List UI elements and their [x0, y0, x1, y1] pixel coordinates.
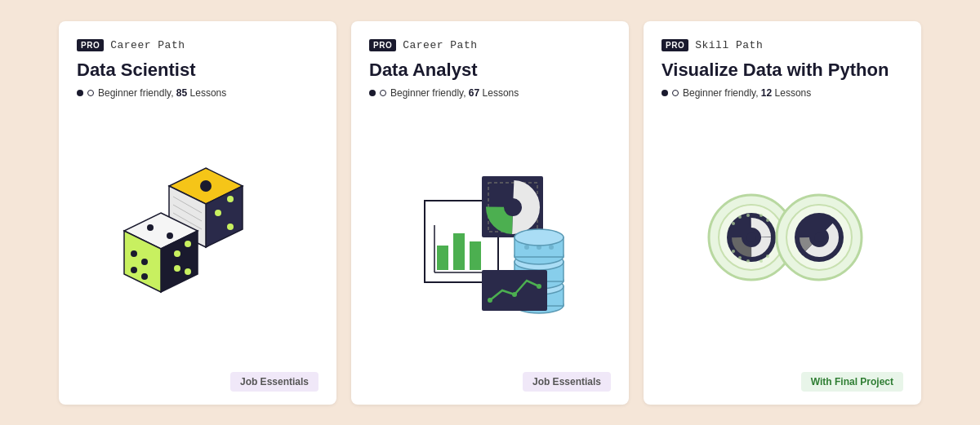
card-meta-2: Beginner friendly, 67 Lessons — [369, 87, 611, 99]
svg-point-71 — [732, 250, 735, 253]
svg-point-10 — [215, 210, 221, 216]
svg-point-46 — [549, 245, 554, 250]
card-data-scientist[interactable]: PRO Career Path Data Scientist Beginner … — [59, 21, 336, 405]
dot-filled-2 — [369, 90, 376, 96]
dot-empty-2 — [380, 90, 386, 96]
svg-rect-27 — [453, 233, 465, 270]
card-meta-3: Beginner friendly, 12 Lessons — [662, 87, 903, 99]
path-type-1: Career Path — [110, 39, 185, 51]
svg-point-8 — [200, 180, 212, 192]
card-badge-1: PRO Career Path — [77, 39, 318, 51]
svg-point-43 — [514, 229, 564, 246]
svg-point-56 — [746, 232, 756, 242]
svg-point-50 — [537, 284, 541, 289]
svg-point-65 — [814, 232, 824, 242]
pro-badge-1: PRO — [77, 39, 104, 51]
meta-text-1: Beginner friendly, 85 Lessons — [98, 87, 226, 99]
meta-text-3: Beginner friendly, 12 Lessons — [683, 87, 811, 99]
card-meta-1: Beginner friendly, 85 Lessons — [77, 87, 318, 99]
dot-filled-3 — [662, 90, 668, 96]
svg-point-69 — [760, 214, 763, 217]
footer-tag-3: With Final Project — [801, 372, 903, 392]
svg-point-67 — [738, 215, 742, 219]
dot-filled-1 — [77, 90, 83, 96]
svg-point-45 — [537, 245, 541, 250]
card-data-analyst[interactable]: PRO Career Path Data Analyst Beginner fr… — [351, 21, 629, 405]
svg-rect-28 — [470, 241, 481, 270]
pro-badge-2: PRO — [369, 39, 396, 51]
svg-point-24 — [167, 232, 173, 239]
svg-point-49 — [512, 292, 517, 297]
card-title-2: Data Analyst — [369, 60, 611, 81]
svg-point-70 — [766, 219, 769, 222]
svg-point-18 — [185, 268, 191, 275]
svg-point-19 — [131, 250, 137, 257]
svg-point-17 — [174, 265, 180, 272]
dot-empty-1 — [87, 90, 94, 96]
svg-point-23 — [147, 224, 154, 231]
svg-point-9 — [227, 196, 234, 202]
svg-point-11 — [227, 224, 234, 230]
svg-point-74 — [760, 259, 763, 263]
svg-point-68 — [746, 214, 750, 217]
svg-rect-47 — [482, 270, 547, 311]
card-footer-1: Job Essentials — [77, 372, 318, 392]
svg-point-16 — [174, 250, 180, 257]
footer-tag-2: Job Essentials — [523, 372, 611, 392]
svg-point-15 — [185, 241, 191, 247]
svg-point-73 — [746, 259, 750, 263]
card-badge-2: PRO Career Path — [369, 39, 611, 51]
pro-badge-3: PRO — [662, 39, 688, 51]
card-title-1: Data Scientist — [77, 60, 318, 81]
svg-point-44 — [524, 245, 529, 250]
footer-tag-1: Job Essentials — [230, 372, 318, 392]
dot-empty-3 — [672, 90, 679, 96]
svg-point-72 — [738, 256, 742, 259]
illustration-analyst — [369, 102, 611, 365]
path-type-3: Skill Path — [695, 39, 763, 51]
path-type-2: Career Path — [403, 39, 477, 51]
card-visualize-data[interactable]: PRO Skill Path Visualize Data with Pytho… — [644, 21, 921, 405]
cards-container: PRO Career Path Data Scientist Beginner … — [0, 2, 980, 424]
meta-text-2: Beginner friendly, 67 Lessons — [390, 87, 519, 99]
svg-point-21 — [131, 267, 137, 273]
card-title-3: Visualize Data with Python — [662, 60, 903, 81]
svg-point-75 — [766, 255, 769, 258]
svg-point-66 — [732, 222, 735, 225]
card-footer-2: Job Essentials — [369, 372, 611, 392]
svg-point-22 — [141, 273, 148, 280]
card-footer-3: With Final Project — [662, 372, 903, 392]
svg-point-20 — [141, 259, 148, 265]
illustration-binoculars — [662, 102, 903, 365]
svg-rect-26 — [437, 246, 448, 270]
illustration-dice — [77, 102, 318, 365]
card-badge-3: PRO Skill Path — [662, 39, 903, 51]
svg-point-48 — [488, 298, 492, 303]
